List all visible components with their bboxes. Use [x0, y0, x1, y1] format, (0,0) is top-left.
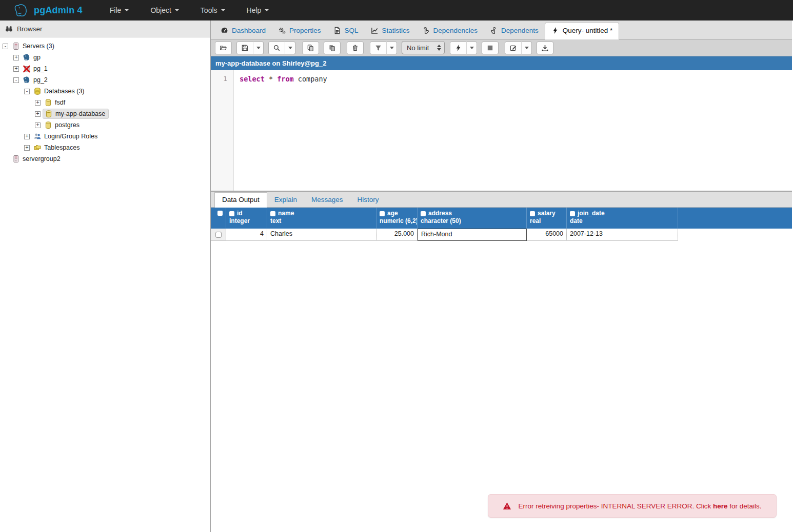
pgadmin-logo: pgAdmin 4 [13, 3, 83, 18]
cell-address-focused[interactable]: Rich-Mond [418, 229, 527, 241]
expand-icon[interactable]: + [13, 55, 19, 60]
column-checkbox[interactable] [270, 211, 275, 216]
editor-code-line[interactable]: select * from company [234, 70, 327, 191]
tab-dashboard[interactable]: Dashboard [214, 23, 272, 39]
cell-name[interactable]: Charles [267, 229, 376, 241]
table-row[interactable]: 4 Charles 25.000 Rich-Mond 65000 2007-12… [211, 229, 792, 241]
expand-icon[interactable]: + [35, 100, 41, 106]
column-checkbox[interactable] [229, 211, 234, 216]
download-button[interactable] [537, 42, 553, 54]
save-icon [241, 44, 249, 52]
row-limit-select[interactable]: No limit [402, 41, 445, 54]
database-icon [44, 110, 53, 118]
tab-messages[interactable]: Messages [304, 193, 350, 207]
menu-tools-label: Tools [201, 6, 217, 14]
execute-dropdown-button[interactable] [466, 42, 477, 54]
row-checkbox[interactable] [215, 232, 222, 238]
menu-file-label: File [110, 6, 122, 14]
edit-button[interactable] [505, 42, 522, 54]
row-select-cell[interactable] [211, 229, 226, 241]
expand-icon[interactable]: + [24, 134, 30, 139]
tree-item-pg-2[interactable]: - pg_2 [0, 74, 210, 86]
filter-button[interactable] [370, 42, 387, 54]
tree-item-login-group-roles[interactable]: + Login/Group Roles [0, 131, 210, 142]
tab-query-untitled[interactable]: Query- untitled * [545, 22, 620, 39]
delete-button[interactable] [347, 42, 364, 54]
tree-item-postgres[interactable]: + postgres [0, 119, 210, 131]
menu-file[interactable]: File [99, 0, 140, 21]
error-text-suffix: for details. [728, 502, 762, 510]
tab-history[interactable]: History [350, 193, 386, 207]
column-header-salary[interactable]: salary real [527, 208, 567, 229]
column-name: id [237, 210, 243, 217]
paste-button[interactable] [324, 42, 341, 54]
save-dropdown-button[interactable] [253, 42, 264, 54]
find-dropdown-button[interactable] [285, 42, 295, 54]
cell-age[interactable]: 25.000 [376, 229, 418, 241]
tree-item-pg-1[interactable]: + pg_1 [0, 63, 210, 74]
execute-button[interactable] [450, 42, 467, 54]
tab-statistics[interactable]: Statistics [365, 23, 416, 39]
column-header-name[interactable]: name text [267, 208, 376, 229]
column-header-id[interactable]: id integer [226, 208, 267, 229]
find-button[interactable] [268, 42, 285, 54]
select-all-column-header[interactable] [211, 208, 226, 229]
chevron-down-icon [256, 47, 261, 49]
collapse-icon[interactable]: - [13, 77, 19, 83]
tree-item-label: Servers (3) [23, 43, 54, 50]
main-panel: Dashboard Properties SQL Statistics Depe… [211, 21, 792, 532]
tab-dependents[interactable]: Dependents [484, 23, 545, 39]
tree-item-servergroup2[interactable]: servergroup2 [0, 153, 210, 165]
tree-item-servers[interactable]: - Servers (3) [0, 40, 210, 52]
expand-icon[interactable]: + [35, 111, 41, 117]
menu-object[interactable]: Object [140, 0, 189, 21]
output-tabbar: Data Output Explain Messages History [211, 192, 792, 208]
cell-salary[interactable]: 65000 [527, 229, 567, 241]
tree-item-tablespaces[interactable]: + Tablespaces [0, 142, 210, 153]
tab-sql[interactable]: SQL [327, 23, 365, 39]
column-checkbox[interactable] [530, 211, 535, 216]
edit-dropdown-button[interactable] [521, 42, 532, 54]
browser-panel-title: Browser [17, 25, 43, 33]
save-button[interactable] [236, 42, 253, 54]
tree-item-my-app-database[interactable]: + my-app-database [0, 108, 210, 119]
expand-icon[interactable]: + [24, 145, 30, 151]
stop-square-icon [486, 44, 494, 52]
error-toast[interactable]: Error retreiving properties- INTERNAL SE… [488, 494, 777, 518]
error-details-link[interactable]: here [713, 502, 728, 510]
cell-id[interactable]: 4 [226, 229, 267, 241]
sql-editor[interactable]: 1 select * from company [211, 70, 792, 191]
menu-tools[interactable]: Tools [190, 0, 236, 21]
warning-triangle-icon [503, 502, 511, 510]
tree-item-fsdf[interactable]: + fsdf [0, 97, 210, 108]
tree-item-databases[interactable]: - Databases (3) [0, 86, 210, 97]
tab-properties[interactable]: Properties [272, 23, 327, 39]
paste-icon [328, 44, 336, 52]
cell-join-date[interactable]: 2007-12-13 [567, 229, 678, 241]
menu-help[interactable]: Help [236, 0, 280, 21]
expand-icon[interactable]: + [35, 122, 41, 128]
filter-dropdown-button[interactable] [386, 42, 397, 54]
expand-icon[interactable]: + [13, 66, 19, 72]
row-limit-value: No limit [407, 44, 437, 52]
tab-label: SQL [345, 27, 359, 34]
results-grid: id integer name text age numeric (6,2) a… [211, 208, 792, 241]
column-checkbox[interactable] [570, 211, 575, 216]
select-all-checkbox[interactable] [217, 211, 223, 216]
column-checkbox[interactable] [380, 211, 385, 216]
collapse-icon[interactable]: - [3, 44, 8, 49]
tab-dependencies[interactable]: Dependencies [416, 23, 484, 39]
column-checkbox[interactable] [421, 211, 426, 216]
collapse-icon[interactable]: - [24, 89, 30, 94]
column-header-age[interactable]: age numeric (6,2) [376, 208, 418, 229]
column-header-join-date[interactable]: join_date date [567, 208, 678, 229]
tree-item-gp[interactable]: + gp [0, 52, 210, 63]
tab-data-output[interactable]: Data Output [214, 192, 267, 208]
copy-button[interactable] [302, 42, 319, 54]
stop-button[interactable] [482, 42, 499, 54]
tab-explain[interactable]: Explain [267, 193, 304, 207]
open-file-button[interactable] [215, 42, 232, 54]
postgres-elephant-logo-icon [13, 3, 29, 18]
sql-identifier: company [294, 75, 327, 83]
column-header-address[interactable]: address character (50) [418, 208, 527, 229]
